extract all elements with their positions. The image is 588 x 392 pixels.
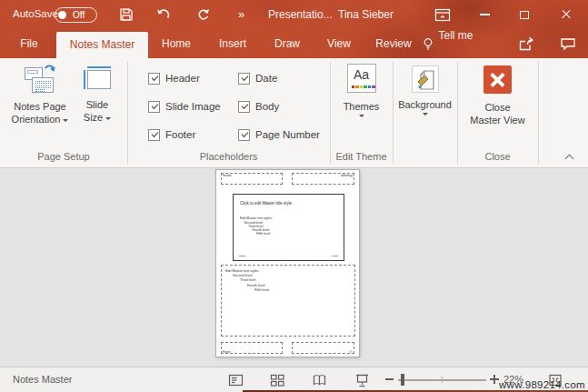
close-button[interactable] xyxy=(551,0,582,29)
slide-outline-text: Edit Master text styles Second level Thi… xyxy=(240,216,338,236)
slide-sorter-icon xyxy=(270,373,284,387)
checkbox-body[interactable]: Body xyxy=(238,100,279,113)
watermark-text: www.989214.com xyxy=(499,379,585,390)
tab-file[interactable]: File xyxy=(9,29,49,58)
ribbon-display-options-icon xyxy=(434,8,451,22)
dropdown-arrow-icon xyxy=(105,117,111,120)
dropdown-arrow-icon xyxy=(423,113,428,116)
body-outline-text: Edit Master text styles Second level Thi… xyxy=(225,268,357,292)
ribbon: Notes Page Orientation Slide Size Page S… xyxy=(0,58,588,168)
body-placeholder[interactable]: Edit Master text styles Second level Thi… xyxy=(221,265,355,337)
header-placeholder[interactable]: Header xyxy=(221,173,283,185)
group-label-page-setup: Page Setup xyxy=(0,151,127,162)
reading-view-button[interactable] xyxy=(311,372,327,388)
slide-size-button[interactable]: Slide Size xyxy=(76,64,118,124)
comment-icon xyxy=(560,36,576,51)
checkbox-page-number[interactable]: Page Number xyxy=(238,128,320,141)
tell-me-label: Tell me xyxy=(438,29,473,58)
slide-title-text: Click to edit Master title style xyxy=(240,201,292,206)
reading-view-icon xyxy=(312,373,327,387)
header-placeholder-text: Header xyxy=(223,174,232,176)
ribbon-overflow-button[interactable]: » xyxy=(238,7,244,21)
group-label-edit-theme: Edit Theme xyxy=(330,151,393,162)
ribbon-tab-row: File Notes Master Home Insert Draw View … xyxy=(0,29,588,58)
document-title: Presentatio... xyxy=(268,8,333,21)
close-master-view-icon xyxy=(483,65,512,94)
footer-placeholder-text: Footer xyxy=(223,350,231,353)
date-placeholder-text: dd/mm/yy xyxy=(341,174,353,176)
themes-button[interactable]: Aa Themes xyxy=(330,60,393,117)
redo-icon xyxy=(195,7,211,22)
group-separator xyxy=(538,62,539,164)
checkbox-header-label: Header xyxy=(165,73,200,84)
group-label-placeholders: Placeholders xyxy=(127,151,330,162)
zoom-in-icon[interactable] xyxy=(490,375,499,384)
slide-sorter-view-button[interactable] xyxy=(269,372,285,388)
checkbox-icon xyxy=(238,129,250,141)
slide-show-button[interactable] xyxy=(354,372,370,388)
slide-size-label-line1: Slide xyxy=(86,99,108,110)
checkbox-footer-label: Footer xyxy=(165,129,195,140)
maximize-icon xyxy=(520,11,529,19)
checkbox-slide-image-label: Slide Image xyxy=(165,101,221,112)
undo-button[interactable] xyxy=(151,0,174,29)
tab-home[interactable]: Home xyxy=(153,29,200,58)
background-label: Background xyxy=(398,99,452,110)
orientation-label-line2: Orientation xyxy=(12,114,61,125)
normal-view-icon xyxy=(228,373,244,387)
tab-notes-master[interactable]: Notes Master xyxy=(56,32,148,58)
rotate-arrow-icon xyxy=(44,64,56,75)
comments-button[interactable] xyxy=(553,29,583,58)
checkbox-footer[interactable]: Footer xyxy=(148,128,195,141)
close-icon xyxy=(561,9,572,20)
lightbulb-icon xyxy=(423,37,434,51)
zoom-out-icon[interactable] xyxy=(385,378,394,380)
tab-draw[interactable]: Draw xyxy=(266,29,308,58)
save-button[interactable] xyxy=(115,0,138,29)
tab-tell-me[interactable]: Tell me xyxy=(409,29,487,58)
checkbox-slide-image[interactable]: Slide Image xyxy=(148,100,221,113)
close-master-view-button[interactable]: Close Master View xyxy=(457,62,538,126)
background-button[interactable]: Background xyxy=(393,60,457,116)
checkbox-header[interactable]: Header xyxy=(148,72,200,85)
slide-image-placeholder[interactable]: Click to edit Master title style Edit Ma… xyxy=(233,194,344,261)
notes-page-orientation-button[interactable]: Notes Page Orientation xyxy=(7,64,73,126)
account-user-name[interactable]: Tina Sieber xyxy=(338,8,394,21)
autosave-label: AutoSave xyxy=(13,8,58,19)
collapse-ribbon-icon[interactable] xyxy=(565,153,573,161)
zoom-slider-thumb[interactable] xyxy=(401,374,404,386)
slide-show-icon xyxy=(354,373,370,388)
slide-size-icon xyxy=(82,65,113,93)
normal-view-button[interactable] xyxy=(227,372,244,388)
toggle-knob-icon xyxy=(58,11,66,19)
themes-icon: Aa xyxy=(347,64,376,93)
date-placeholder[interactable]: dd/mm/yy xyxy=(292,173,354,185)
themes-aa-text: Aa xyxy=(348,65,375,85)
redo-button[interactable] xyxy=(191,0,214,29)
powerpoint-window: AutoSave Off xyxy=(0,0,588,392)
group-separator xyxy=(127,62,128,164)
theme-color-dots-icon xyxy=(352,85,375,89)
tab-view[interactable]: View xyxy=(318,29,360,58)
checkbox-icon xyxy=(238,101,250,113)
window-chrome: AutoSave Off xyxy=(0,0,588,58)
autosave-state: Off xyxy=(73,10,85,20)
share-icon xyxy=(518,36,535,52)
group-label-close: Close xyxy=(457,151,538,162)
footer-placeholder[interactable]: Footer xyxy=(221,342,283,354)
share-button[interactable] xyxy=(511,29,542,58)
titlebar: AutoSave Off xyxy=(0,0,588,29)
slide-footer-mark xyxy=(239,256,245,257)
ribbon-display-options-button[interactable] xyxy=(429,0,456,29)
maximize-button[interactable] xyxy=(509,0,540,29)
background-icon xyxy=(412,65,439,93)
page-number-placeholder[interactable]: ‹#› xyxy=(292,342,354,354)
undo-icon xyxy=(155,7,171,22)
autosave-toggle[interactable]: Off xyxy=(55,7,97,23)
minimize-button[interactable] xyxy=(469,0,500,29)
checkbox-date[interactable]: Date xyxy=(238,72,277,85)
checkbox-icon xyxy=(148,73,160,85)
close-label-line1: Close xyxy=(484,102,510,113)
tab-insert[interactable]: Insert xyxy=(209,29,256,58)
close-label-line2: Master View xyxy=(470,115,524,126)
